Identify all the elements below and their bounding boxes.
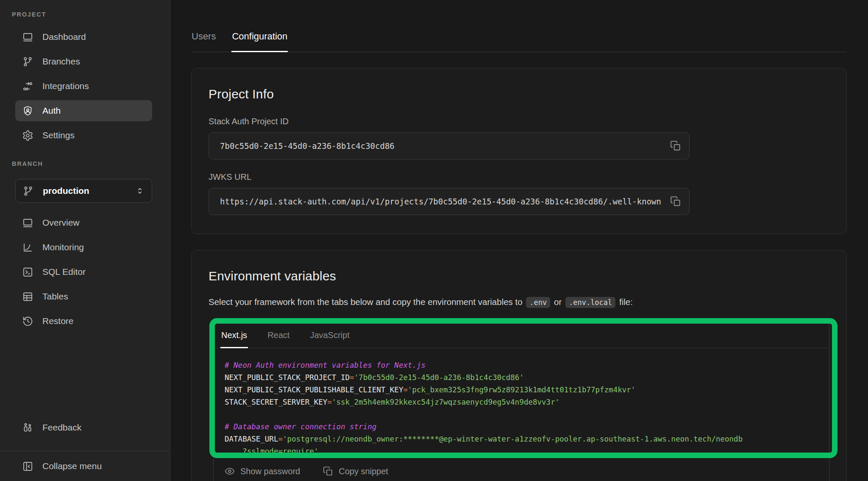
env-vars-card: Environment variables Select your framew… xyxy=(191,250,847,481)
show-password-label: Show password xyxy=(240,467,300,476)
sidebar-item-auth[interactable]: Auth xyxy=(15,100,152,121)
show-password-button[interactable]: Show password xyxy=(225,466,300,476)
sidebar-item-label: Monitoring xyxy=(42,242,84,252)
sidebar-item-label: Branches xyxy=(42,56,80,67)
shield-user-icon xyxy=(22,105,33,117)
sidebar-item-tables[interactable]: Tables xyxy=(15,286,152,307)
sidebar-item-overview[interactable]: Overview xyxy=(15,212,152,233)
project-info-title: Project Info xyxy=(209,87,831,101)
eye-icon xyxy=(225,466,235,476)
copy-icon xyxy=(670,140,681,151)
sidebar-item-label: SQL Editor xyxy=(42,267,86,277)
env-file-badge: .env xyxy=(526,297,550,308)
branch-section-label: BRANCH xyxy=(12,160,170,167)
sidebar-item-label: Settings xyxy=(42,130,75,140)
tab-nextjs[interactable]: Next.js xyxy=(220,323,248,348)
copy-jwks-url-button[interactable] xyxy=(666,192,685,211)
copy-icon xyxy=(323,466,333,476)
sidebar-item-settings[interactable]: Settings xyxy=(15,125,152,146)
sidebar-item-dashboard[interactable]: Dashboard xyxy=(15,26,152,48)
project-id-field[interactable]: 7b0c55d0-2e15-45d0-a236-8b1c4c30cd86 xyxy=(209,132,690,159)
sidebar-spacer xyxy=(0,335,170,417)
history-icon xyxy=(22,316,33,327)
copy-project-id-button[interactable] xyxy=(666,137,685,155)
framework-tabs: Next.js React JavaScript xyxy=(214,323,829,348)
table-icon xyxy=(22,291,33,302)
sidebar-item-restore[interactable]: Restore xyxy=(15,310,152,332)
tab-javascript[interactable]: JavaScript xyxy=(309,323,350,348)
sidebar-item-label: Auth xyxy=(42,106,61,116)
sidebar-item-integrations[interactable]: Integrations xyxy=(15,76,152,97)
code-snippet-panel: Next.js React JavaScript # Neon Auth env… xyxy=(213,322,829,481)
sidebar-item-branches[interactable]: Branches xyxy=(15,51,152,72)
sidebar-item-label: Restore xyxy=(42,316,74,326)
sidebar: PROJECT Dashboard Branches Integrations … xyxy=(0,0,170,481)
sidebar-item-feedback[interactable]: Feedback xyxy=(15,417,152,438)
project-id-value: 7b0c55d0-2e15-45d0-a236-8b1c4c30cd86 xyxy=(220,141,666,151)
users-icon xyxy=(22,422,33,433)
project-info-card: Project Info Stack Auth Project ID 7b0c5… xyxy=(191,68,847,234)
collapse-menu-button[interactable]: Collapse menu xyxy=(0,451,170,481)
snippet-wrapper: Next.js React JavaScript # Neon Auth env… xyxy=(209,322,831,481)
env-vars-description: Select your framework from the tabs belo… xyxy=(209,296,831,308)
jwks-url-field[interactable]: https://api.stack-auth.com/api/v1/projec… xyxy=(209,188,690,215)
branch-selector[interactable]: production xyxy=(15,179,152,203)
description-suffix: file: xyxy=(619,297,633,307)
copy-icon xyxy=(670,196,681,207)
code-snippet: # Neon Auth environment variables for Ne… xyxy=(214,348,829,463)
project-nav: Dashboard Branches Integrations Auth Set… xyxy=(0,26,170,149)
chart-curve-icon xyxy=(22,242,33,253)
project-section-label: PROJECT xyxy=(12,11,170,18)
sidebar-item-monitoring[interactable]: Monitoring xyxy=(15,237,152,258)
page-tabs: Users Configuration xyxy=(191,31,847,52)
sidebar-item-label: Tables xyxy=(42,291,68,302)
jwks-url-value: https://api.stack-auth.com/api/v1/projec… xyxy=(220,197,666,206)
integrations-icon xyxy=(22,81,33,92)
tab-react[interactable]: React xyxy=(267,323,290,348)
jwks-url-label: JWKS URL xyxy=(209,172,831,182)
branch-nav: Overview Monitoring SQL Editor Tables Re… xyxy=(0,212,170,335)
git-branch-icon xyxy=(22,185,34,197)
collapse-menu-label: Collapse menu xyxy=(42,461,102,471)
sidebar-item-label: Dashboard xyxy=(42,32,86,42)
window-icon xyxy=(22,217,33,229)
sidebar-item-label: Overview xyxy=(42,218,80,228)
sidebar-item-sql-editor[interactable]: SQL Editor xyxy=(15,261,152,282)
description-prefix: Select your framework from the tabs belo… xyxy=(209,297,523,307)
project-id-label: Stack Auth Project ID xyxy=(209,117,831,126)
panel-collapse-icon xyxy=(22,461,33,472)
terminal-square-icon xyxy=(22,266,33,278)
branch-selector-value: production xyxy=(43,186,89,196)
git-branch-icon xyxy=(22,56,33,67)
copy-snippet-button[interactable]: Copy snippet xyxy=(323,466,388,476)
env-vars-title: Environment variables xyxy=(209,269,831,283)
gear-icon xyxy=(22,130,33,141)
description-middle: or xyxy=(554,297,562,307)
snippet-actions: Show password Copy snippet xyxy=(214,463,829,481)
window-icon xyxy=(22,31,33,43)
chevron-up-down-icon xyxy=(135,186,145,196)
sidebar-item-label: Integrations xyxy=(42,81,89,91)
main-content: Users Configuration Project Info Stack A… xyxy=(170,31,868,481)
env-local-file-badge: .env.local xyxy=(565,297,615,308)
sidebar-item-label: Feedback xyxy=(42,422,81,433)
tab-configuration[interactable]: Configuration xyxy=(231,31,288,52)
copy-snippet-label: Copy snippet xyxy=(339,467,388,476)
tab-users[interactable]: Users xyxy=(191,31,216,52)
